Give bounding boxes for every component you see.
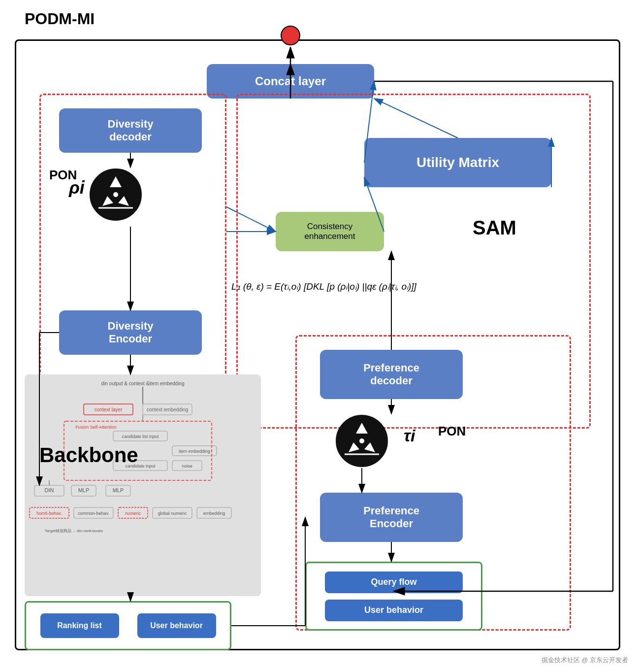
pon-label-right: PON [438,424,466,439]
preference-encoder-label: Preference Encoder [363,504,419,530]
svg-text:Target候选商品 ... din-ranit-books: Target候选商品 ... din-ranit-books [45,529,103,533]
user-behavior-right-button[interactable]: User behavior [325,600,463,621]
user-behavior-right-label: User behavior [364,605,423,615]
svg-text:DIN: DIN [45,487,54,493]
preference-encoder-box: Preference Encoder [320,493,463,542]
diversity-decoder-box: Diversity decoder [59,108,202,153]
pon-circle-left [89,168,143,222]
consistency-enhancement-box: Consistency enhancement [276,212,384,251]
bottom-input-box: Ranking list User behavior [25,601,231,650]
page-title: PODM-MI [25,10,95,28]
consistency-enhancement-label: Consistency enhancement [304,222,355,241]
svg-text:item embedding: item embedding [179,449,210,454]
preference-decoder-box: Preference decoder [320,350,463,399]
main-container: PODM-MI Concat layer Utility Matrix Dive… [0,0,638,672]
user-behavior-label: User behavior [150,621,203,630]
svg-text:context layer: context layer [95,407,123,412]
svg-text:din output & context &item emb: din output & context &item embedding [101,381,185,386]
backbone-diagram: din output & context &item embedding con… [25,374,261,596]
preference-decoder-label: Preference decoder [363,362,419,387]
red-circle [281,26,300,45]
svg-text:context embedding: context embedding [147,407,189,412]
backbone-label: Backbone [39,443,138,467]
svg-point-10 [359,438,364,443]
backbone-area: din output & context &item embedding con… [25,374,261,596]
svg-text:candidate list input: candidate list input [122,434,159,439]
formula-text: L₁ (θ, ε) = E(τᵢ,oᵢ) [DKL [p (ρᵢ|oᵢ) ||q… [231,281,416,292]
query-flow-label: Query flow [371,577,416,587]
svg-text:Fusion Self-Attention: Fusion Self-Attention [75,425,117,430]
diversity-encoder-label: Diversity Encoder [108,320,154,345]
svg-text:common-behav.: common-behav. [78,511,109,516]
query-user-box: Query flow User behavior [305,562,482,631]
svg-text:hom5-behav.: hom5-behav. [36,511,62,516]
svg-text:MLP: MLP [113,487,124,493]
ranking-list-label: Ranking list [57,621,102,630]
diversity-encoder-box: Diversity Encoder [59,310,202,355]
pon-circle-right [335,414,389,468]
concat-layer-label: Concat layer [255,74,326,88]
user-behavior-button[interactable]: User behavior [137,613,216,638]
svg-text:MLP: MLP [78,487,90,493]
svg-text:embedding: embedding [203,511,225,516]
query-flow-button[interactable]: Query flow [325,571,463,593]
ranking-list-button[interactable]: Ranking list [40,613,119,638]
tau-label: τi [404,426,415,445]
svg-text:numeric: numeric [125,511,141,516]
svg-point-4 [113,192,118,197]
watermark: 掘金技术社区 @ 京东云开发者 [542,656,628,665]
svg-text:noise: noise [182,464,192,469]
svg-text:global numeric: global numeric [158,511,187,516]
rho-label: ρi [69,177,85,198]
diversity-decoder-label: Diversity decoder [108,118,154,143]
